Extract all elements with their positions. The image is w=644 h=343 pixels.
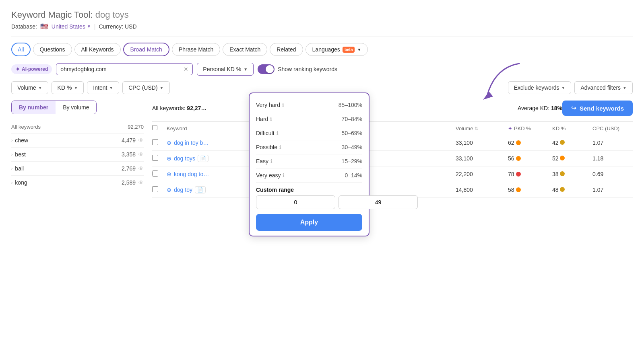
chevron-right-icon: › (11, 181, 12, 185)
col-volume-header[interactable]: Volume ⇅ (456, 125, 508, 131)
cpc-cell: 1.07 (592, 140, 633, 146)
kd-indicator (560, 156, 565, 160)
col-check-all[interactable] (152, 125, 167, 131)
info-icon[interactable]: ℹ (282, 102, 284, 108)
intent-filter[interactable]: Intent ▼ (87, 81, 119, 94)
chevron-down-icon: ▼ (357, 47, 361, 52)
kd-option-possible[interactable]: Possible ℹ 30–49% (256, 140, 362, 154)
chevron-right-icon: › (11, 166, 12, 171)
kd-indicator (560, 140, 565, 145)
list-item[interactable]: › best 3,358 👁 (11, 147, 144, 161)
row-checkbox[interactable] (152, 139, 167, 146)
beta-badge: beta (343, 47, 355, 53)
cpc-cell: 1.07 (592, 187, 633, 193)
info-icon[interactable]: ℹ (279, 144, 281, 150)
kd-option-easy[interactable]: Easy ℹ 15–29% (256, 154, 362, 168)
cpc-filter[interactable]: CPC (USD) ▼ (122, 81, 169, 94)
row-checkbox[interactable] (152, 186, 167, 193)
by-number-btn[interactable]: By number (12, 101, 56, 114)
eye-icon[interactable]: 👁 (138, 137, 144, 144)
header-divider (11, 37, 633, 37)
kd-option-very-easy[interactable]: Very easy ℹ 0–14% (256, 168, 362, 183)
row-checkbox[interactable] (152, 170, 167, 178)
tab-questions[interactable]: Questions (33, 43, 72, 56)
eye-icon[interactable]: 👁 (138, 179, 144, 186)
kd-option-very-hard[interactable]: Very hard ℹ 85–100% (256, 98, 362, 112)
pkd-indicator (516, 140, 521, 145)
intent-label: Intent (93, 84, 107, 91)
info-icon[interactable]: ℹ (277, 130, 279, 136)
chevron-down-icon: ▼ (109, 86, 113, 90)
sort-icon: ⇅ (475, 126, 478, 131)
kd-cell: 38 (552, 171, 592, 177)
info-icon[interactable]: ℹ (270, 116, 272, 122)
custom-max-input[interactable] (339, 195, 418, 209)
advanced-filters[interactable]: Advanced filters ▼ (574, 81, 633, 94)
cpc-cell: 0.69 (592, 171, 633, 177)
list-item[interactable]: › ball 2,769 👁 (11, 161, 144, 175)
eye-icon[interactable]: 👁 (138, 151, 144, 158)
chevron-down-icon: ▼ (561, 86, 566, 90)
keyword-tag: 📄 (198, 155, 208, 162)
tab-all-keywords[interactable]: All Keywords (74, 43, 121, 56)
volume-label: Volume (17, 84, 36, 91)
kd-option-difficult[interactable]: Difficult ℹ 50–69% (256, 126, 362, 140)
tab-related[interactable]: Related (270, 43, 303, 56)
eye-icon[interactable]: 👁 (138, 165, 144, 172)
send-icon: ↪ (571, 105, 576, 112)
all-keywords-count: All keywords: 92,27… (152, 105, 206, 111)
tab-all[interactable]: All (11, 43, 31, 56)
kd-popup: Very hard ℹ 85–100% Hard ℹ 70–84% Diffic… (249, 92, 369, 236)
advanced-label: Advanced filters (580, 84, 621, 91)
kd-cell: 42 (552, 140, 592, 146)
list-item[interactable]: › kong 2,589 👁 (11, 175, 144, 189)
database-label: Database: (11, 23, 37, 30)
plus-circle-icon: ⊕ (167, 171, 171, 177)
sidebar-list: › chew 4,479 👁 › best 3,358 👁 › ball 2,7… (11, 133, 144, 189)
tab-languages[interactable]: Languages beta ▼ (305, 43, 368, 56)
country-selector[interactable]: United States ▼ (52, 23, 91, 30)
col-pkd-header: ✦ PKD % (508, 125, 552, 131)
apply-button[interactable]: Apply (256, 214, 362, 231)
title-main: Keyword Magic Tool: (11, 10, 93, 20)
sidebar: By number By volume All keywords 92,270 … (11, 101, 144, 198)
domain-input[interactable] (60, 66, 181, 72)
list-item[interactable]: › chew 4,479 👁 (11, 133, 144, 147)
show-ranking-toggle-area: Show ranking keywords (258, 64, 337, 74)
info-icon[interactable]: ℹ (270, 158, 272, 164)
kd-indicator (560, 171, 565, 176)
personal-kd-dropdown[interactable]: Personal KD % ▼ (197, 63, 254, 76)
pkd-cell: 62 (508, 140, 552, 146)
kd-indicator (560, 187, 565, 192)
exclude-keywords-filter[interactable]: Exclude keywords ▼ (508, 81, 572, 94)
tab-exact-match[interactable]: Exact Match (223, 43, 267, 56)
languages-label: Languages (312, 46, 340, 53)
close-icon[interactable]: ✕ (184, 66, 188, 72)
tab-phrase-match[interactable]: Phrase Match (172, 43, 220, 56)
kd-option-hard[interactable]: Hard ℹ 70–84% (256, 112, 362, 126)
info-icon[interactable]: ℹ (283, 173, 285, 178)
exclude-label: Exclude keywords (514, 84, 559, 91)
show-ranking-toggle[interactable] (258, 64, 275, 74)
by-volume-btn[interactable]: By volume (56, 101, 96, 114)
custom-min-input[interactable] (256, 195, 335, 209)
pkd-cell: 58 (508, 187, 552, 193)
tab-broad-match[interactable]: Broad Match (123, 43, 169, 56)
kd-cell: 52 (552, 155, 592, 162)
kd-filter[interactable]: KD % ▼ (52, 81, 84, 94)
chevron-right-icon: › (11, 152, 12, 157)
all-kw-value: 92,27 (187, 105, 201, 111)
chevron-down-icon: ▼ (160, 86, 164, 90)
all-kw-prefix: All keywords: (152, 105, 185, 111)
chevron-down-icon: ▼ (38, 86, 42, 90)
currency-label: Currency: USD (99, 23, 136, 30)
kd-label: KD % (58, 84, 72, 91)
domain-search-box[interactable]: ✕ (56, 63, 193, 75)
select-all-checkbox[interactable] (152, 125, 157, 130)
sidebar-header-count: 92,270 (128, 124, 144, 130)
pkd-indicator (516, 172, 521, 177)
volume-filter[interactable]: Volume ▼ (11, 81, 48, 94)
send-keywords-button[interactable]: ↪ Send keywords (562, 101, 633, 116)
kd-cell: 48 (552, 187, 592, 193)
row-checkbox[interactable] (152, 155, 167, 162)
